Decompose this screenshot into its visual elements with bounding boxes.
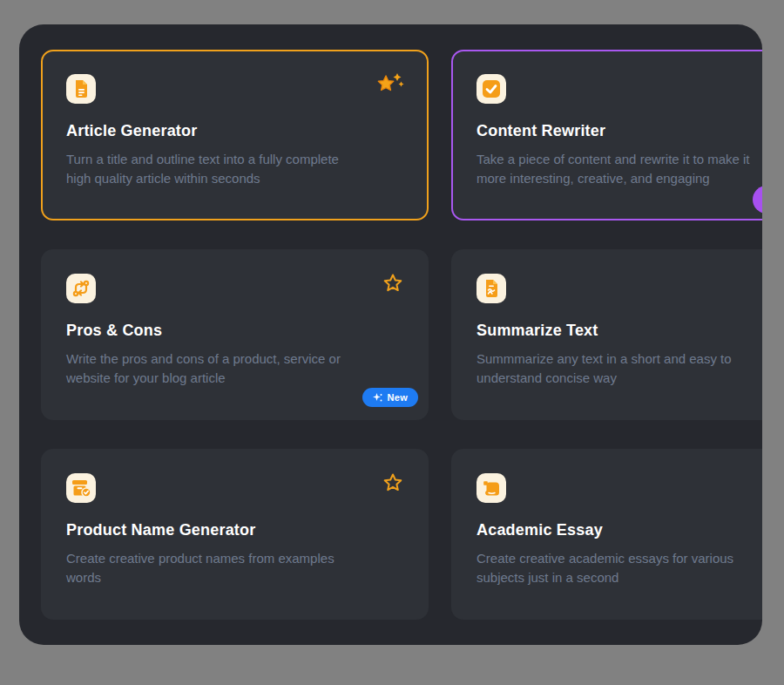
new-badge: New [362,388,418,407]
compare-arrows-icon [66,274,96,303]
card-description: Summmarize any text in a short and easy … [476,349,762,388]
favorite-star-outline-icon[interactable] [382,272,404,295]
card-description: Take a piece of content and rewrite it t… [476,150,762,188]
favorite-star-filled-icon[interactable] [376,72,404,97]
product-box-check-icon [66,473,96,503]
checkbox-check-icon [476,74,506,104]
card-description: Create creative product names from examp… [66,549,403,587]
rewriter-action-button[interactable] [753,186,762,214]
card-title: Pros & Cons [66,322,403,340]
essay-scroll-icon [476,473,506,503]
card-description: Write the pros and cons of a product, se… [66,349,403,388]
card-summarize-text[interactable]: Summarize Text Summmarize any text in a … [451,249,762,420]
card-content-rewriter[interactable]: Content Rewriter Take a piece of content… [451,50,762,220]
card-title: Academic Essay [476,521,762,539]
tool-card-grid: Article Generator Turn a title and outli… [41,50,762,620]
card-pros-and-cons[interactable]: Pros & Cons Write the pros and cons of a… [41,249,429,420]
new-badge-label: New [387,392,408,403]
favorite-star-outline-icon[interactable] [382,471,404,494]
card-title: Product Name Generator [66,521,403,539]
card-academic-essay[interactable]: Academic Essay Create creative academic … [451,449,762,620]
article-document-icon [66,74,96,104]
card-title: Content Rewriter [476,122,762,140]
card-title: Summarize Text [476,322,762,340]
card-description: Turn a title and outline text into a ful… [66,150,403,188]
card-title: Article Generator [66,122,403,140]
sparkle-icon [373,393,382,403]
card-description: Create creative academic essays for vari… [476,549,762,587]
summarize-document-icon [476,274,506,303]
tools-panel: Article Generator Turn a title and outli… [19,24,762,645]
card-product-name-generator[interactable]: Product Name Generator Create creative p… [41,449,429,620]
card-article-generator[interactable]: Article Generator Turn a title and outli… [41,50,429,220]
